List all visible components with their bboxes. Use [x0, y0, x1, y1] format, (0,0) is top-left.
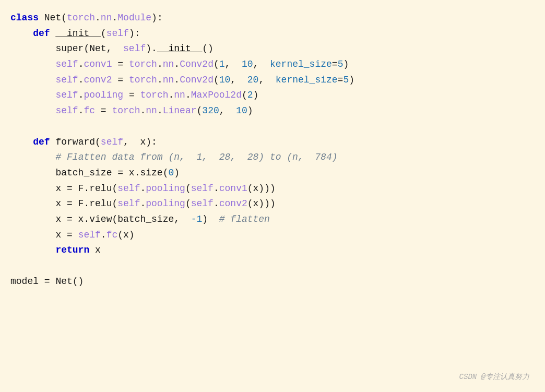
code-line-3: super(Net, self).__init__(): [10, 41, 529, 57]
code-line-11: batch_size = x.size(0): [10, 165, 529, 181]
code-line-9: def forward(self, x):: [10, 135, 529, 150]
watermark-text: CSDN @专注认真努力: [459, 371, 529, 383]
code-line-10: # Flatten data from (n, 1, 28, 28) to (n…: [10, 150, 529, 165]
code-line-18: model = Net(): [10, 274, 529, 290]
code-line-2: def __init__(self):: [10, 26, 529, 42]
code-line-17: [10, 258, 529, 274]
code-line-5: self.conv2 = torch.nn.Conv2d(10, 20, ker…: [10, 73, 529, 88]
code-line-4: self.conv1 = torch.nn.Conv2d(1, 10, kern…: [10, 57, 529, 73]
code-line-1: class Net(torch.nn.Module):: [10, 10, 529, 26]
code-line-16: return x: [10, 243, 529, 258]
code-block: class Net(torch.nn.Module): def __init__…: [0, 0, 545, 392]
code-line-14: x = x.view(batch_size, -1) # flatten: [10, 212, 529, 228]
code-line-7: self.fc = torch.nn.Linear(320, 10): [10, 103, 529, 119]
code-line-6: self.pooling = torch.nn.MaxPool2d(2): [10, 88, 529, 103]
code-line-8: [10, 119, 529, 135]
code-line-12: x = F.relu(self.pooling(self.conv1(x))): [10, 181, 529, 197]
code-line-13: x = F.relu(self.pooling(self.conv2(x))): [10, 196, 529, 212]
code-line-15: x = self.fc(x): [10, 228, 529, 243]
